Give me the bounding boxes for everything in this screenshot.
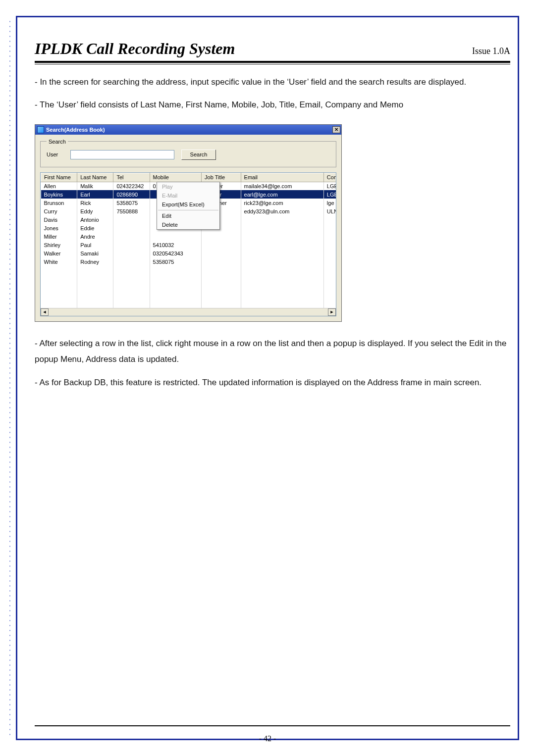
cell-email[interactable]: mailale34@lge.com: [241, 182, 323, 190]
cell-email[interactable]: [241, 232, 323, 241]
cell-email[interactable]: eddy323@uln.com: [241, 207, 323, 215]
cell-tel[interactable]: [113, 232, 150, 241]
menu-edit[interactable]: Edit: [157, 211, 219, 220]
cell-email[interactable]: rick23@lge.com: [241, 199, 323, 207]
window-title: Search(Address Book): [46, 127, 105, 133]
page-number: - 42 -: [0, 734, 535, 743]
cell-last[interactable]: Rick: [77, 199, 113, 207]
menu-delete[interactable]: Delete: [157, 220, 219, 229]
cell-last[interactable]: Antonio: [77, 215, 113, 224]
paragraph-2: - The ‘User’ field consists of Last Name…: [35, 97, 510, 113]
table-row[interactable]: MillerAndre: [41, 232, 337, 241]
cell-first[interactable]: Shirley: [41, 241, 77, 249]
cell-tel[interactable]: 5358075: [113, 199, 150, 207]
table-row-empty[interactable]: [41, 266, 337, 274]
cell-mobile[interactable]: 0320542343: [150, 249, 202, 257]
cell-first[interactable]: Boykins: [41, 190, 77, 199]
cell-last[interactable]: Andre: [77, 232, 113, 241]
table-row-empty[interactable]: [41, 300, 337, 308]
cell-comp[interactable]: LGE: [323, 182, 336, 190]
cell-comp[interactable]: ULN: [323, 207, 336, 215]
cell-comp[interactable]: LGE: [323, 190, 336, 199]
cell-email[interactable]: [241, 215, 323, 224]
cell-comp[interactable]: [323, 224, 336, 232]
cell-job[interactable]: [202, 241, 241, 249]
cell-first[interactable]: Jones: [41, 224, 77, 232]
paragraph-1: - In the screen for searching the addres…: [35, 74, 510, 90]
context-menu[interactable]: Play E-Mail Export(MS Excel) Edit Delete: [157, 182, 220, 230]
cell-tel[interactable]: [113, 215, 150, 224]
cell-comp[interactable]: [323, 232, 336, 241]
menu-export[interactable]: Export(MS Excel): [157, 200, 219, 209]
cell-mobile[interactable]: [150, 232, 202, 241]
menu-play[interactable]: Play: [157, 182, 219, 191]
cell-comp[interactable]: [323, 257, 336, 266]
table-row-empty[interactable]: [41, 274, 337, 283]
col-first-name[interactable]: First Name: [41, 173, 77, 182]
close-icon: ✕: [334, 127, 338, 132]
results-grid[interactable]: First Name Last Name Tel Mobile Job Titl…: [40, 172, 336, 317]
cell-tel[interactable]: 024322342: [113, 182, 150, 190]
cell-last[interactable]: Eddie: [77, 224, 113, 232]
grid-header-row[interactable]: First Name Last Name Tel Mobile Job Titl…: [41, 173, 337, 182]
user-input[interactable]: [70, 150, 174, 159]
horizontal-scrollbar[interactable]: ◄ ►: [41, 308, 336, 316]
header-rule-thick: [35, 61, 510, 63]
cell-email[interactable]: earl@lge.com: [241, 190, 323, 199]
cell-email[interactable]: [241, 241, 323, 249]
titlebar[interactable]: Search(Address Book) ✕: [35, 125, 341, 135]
table-row[interactable]: WalkerSamaki0320542343: [41, 249, 337, 257]
table-row-empty[interactable]: [41, 291, 337, 300]
cell-first[interactable]: White: [41, 257, 77, 266]
col-job-title[interactable]: Job Title: [202, 173, 241, 182]
cell-job[interactable]: [202, 249, 241, 257]
col-last-name[interactable]: Last Name: [77, 173, 113, 182]
cell-first[interactable]: Brunson: [41, 199, 77, 207]
cell-email[interactable]: [241, 257, 323, 266]
app-icon: [37, 126, 44, 133]
scroll-right-arrow-icon[interactable]: ►: [328, 308, 336, 316]
footer-rule: [35, 725, 510, 726]
cell-email[interactable]: [241, 249, 323, 257]
cell-comp[interactable]: [323, 241, 336, 249]
menu-separator: [158, 210, 218, 210]
table-row-empty[interactable]: [41, 283, 337, 291]
cell-job[interactable]: [202, 232, 241, 241]
cell-tel[interactable]: [113, 249, 150, 257]
cell-mobile[interactable]: 5358075: [150, 257, 202, 266]
cell-last[interactable]: Samaki: [77, 249, 113, 257]
col-mobile[interactable]: Mobile: [150, 173, 202, 182]
col-comp[interactable]: Comp: [323, 173, 336, 182]
cell-tel[interactable]: [113, 241, 150, 249]
cell-job[interactable]: [202, 257, 241, 266]
menu-email[interactable]: E-Mail: [157, 191, 219, 200]
col-email[interactable]: Email: [241, 173, 323, 182]
cell-tel[interactable]: 0286890: [113, 190, 150, 199]
cell-last[interactable]: Eddy: [77, 207, 113, 215]
cell-first[interactable]: Davis: [41, 215, 77, 224]
cell-tel[interactable]: [113, 257, 150, 266]
cell-tel[interactable]: [113, 224, 150, 232]
cell-first[interactable]: Miller: [41, 232, 77, 241]
cell-first[interactable]: Walker: [41, 249, 77, 257]
col-tel[interactable]: Tel: [113, 173, 150, 182]
cell-comp[interactable]: [323, 249, 336, 257]
cell-email[interactable]: [241, 224, 323, 232]
cell-last[interactable]: Rodney: [77, 257, 113, 266]
cell-last[interactable]: Earl: [77, 190, 113, 199]
scroll-track[interactable]: [49, 308, 328, 316]
search-button[interactable]: Search: [181, 150, 216, 160]
cell-first[interactable]: Curry: [41, 207, 77, 215]
cell-comp[interactable]: [323, 215, 336, 224]
search-legend: Search: [47, 139, 68, 145]
cell-mobile[interactable]: 5410032: [150, 241, 202, 249]
cell-last[interactable]: Malik: [77, 182, 113, 190]
table-row[interactable]: ShirleyPaul5410032: [41, 241, 337, 249]
cell-first[interactable]: Allen: [41, 182, 77, 190]
close-button[interactable]: ✕: [332, 126, 340, 133]
table-row[interactable]: WhiteRodney5358075: [41, 257, 337, 266]
cell-tel[interactable]: 7550888: [113, 207, 150, 215]
cell-last[interactable]: Paul: [77, 241, 113, 249]
scroll-left-arrow-icon[interactable]: ◄: [41, 308, 49, 316]
cell-comp[interactable]: lge: [323, 199, 336, 207]
